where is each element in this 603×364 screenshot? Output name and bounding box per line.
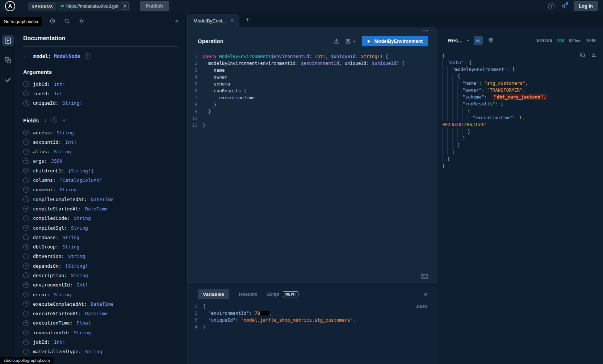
add-to-operation-icon[interactable]: + <box>23 272 29 278</box>
field-row[interactable]: +error:String <box>23 290 178 299</box>
add-to-operation-icon[interactable]: + <box>23 149 29 155</box>
code-line[interactable]: 3 name <box>188 67 437 74</box>
field-row[interactable]: +executeCompletedAt:DateTime <box>23 299 178 309</box>
run-operation-button[interactable]: ModelByEnvironment <box>362 36 428 46</box>
back-icon[interactable]: ← <box>23 53 29 59</box>
more-options-icon[interactable] <box>422 30 428 32</box>
field-row[interactable]: +materializedType:String <box>23 347 178 356</box>
schema-icon[interactable] <box>2 54 14 66</box>
publish-button[interactable]: Publish <box>140 1 169 11</box>
field-row[interactable]: +executeStartedAt:DateTime <box>23 309 178 318</box>
add-to-operation-icon[interactable]: + <box>23 349 29 355</box>
field-row[interactable]: +executionTime:Float <box>23 318 178 328</box>
add-to-operation-icon[interactable]: + <box>23 311 29 317</box>
field-row[interactable]: +invocationId:String <box>23 328 178 337</box>
code-line[interactable]: 11} <box>188 122 437 129</box>
add-to-operation-icon[interactable]: + <box>23 187 29 193</box>
add-to-operation-icon[interactable]: + <box>23 339 29 345</box>
collapse-panel-icon[interactable] <box>423 292 428 297</box>
add-tab-icon[interactable]: + <box>245 16 249 24</box>
share-icon[interactable] <box>334 38 339 44</box>
argument-row[interactable]: +runId:Int <box>23 89 178 98</box>
add-to-operation-icon[interactable]: + <box>23 130 29 135</box>
keyboard-shortcuts-icon[interactable] <box>421 274 428 279</box>
response-menu-chevron-icon[interactable] <box>466 38 470 42</box>
collapse-sidebar-icon[interactable]: « <box>175 17 179 25</box>
code-line[interactable]: 7 executionTime <box>188 94 437 101</box>
search-icon[interactable] <box>64 18 70 24</box>
code-line[interactable]: 4 owner <box>188 74 437 80</box>
add-to-operation-icon[interactable]: + <box>23 139 29 145</box>
apollo-logo[interactable]: A <box>5 1 15 11</box>
history-icon[interactable] <box>50 18 55 24</box>
explorer-icon[interactable] <box>2 35 14 46</box>
add-model-icon[interactable]: + <box>85 53 91 59</box>
add-to-operation-icon[interactable]: + <box>23 254 29 259</box>
variables-editor[interactable]: 1{2 "environmentId": 78,3 "uniqueId": "m… <box>188 303 437 330</box>
add-all-fields-icon[interactable]: + <box>51 117 57 123</box>
chevron-down-icon[interactable] <box>62 118 66 122</box>
field-row[interactable]: +comment:String <box>23 185 178 194</box>
add-to-operation-icon[interactable]: + <box>23 282 29 288</box>
operation-editor[interactable]: 1query ModelByEnvironment($environmentId… <box>188 51 437 284</box>
add-to-operation-icon[interactable]: + <box>23 206 29 212</box>
field-row[interactable]: +access:String <box>23 128 178 137</box>
save-menu-chevron-icon[interactable] <box>352 39 356 43</box>
code-line[interactable]: 1{ <box>188 303 437 310</box>
checks-icon[interactable] <box>2 74 14 85</box>
argument-row[interactable]: +jobId:Int! <box>23 79 178 89</box>
save-icon[interactable] <box>345 38 351 44</box>
field-row[interactable]: +compileCompletedAt:DateTime <box>23 194 178 204</box>
connection-settings-icon[interactable] <box>121 2 129 10</box>
add-to-operation-icon[interactable]: + <box>23 292 29 297</box>
field-row[interactable]: +dbtVersion:String <box>23 252 178 261</box>
tab-script[interactable]: Script <box>267 292 279 297</box>
field-row[interactable]: +environmentId:Int! <box>23 280 178 290</box>
add-to-operation-icon[interactable]: + <box>23 320 29 326</box>
field-row[interactable]: +description:String <box>23 271 178 280</box>
login-button[interactable]: Log in <box>574 1 598 11</box>
add-to-operation-icon[interactable]: + <box>23 225 29 231</box>
code-line[interactable]: 10 <box>188 115 437 122</box>
settings-icon[interactable] <box>79 18 84 24</box>
sort-icon[interactable]: ↓ <box>44 117 46 123</box>
field-row[interactable]: +compiledCode:String <box>23 214 178 223</box>
field-row[interactable]: +accountId:Int! <box>23 137 178 147</box>
copy-icon[interactable] <box>580 52 585 58</box>
code-line[interactable]: 6 runResults { <box>188 87 437 94</box>
add-to-operation-icon[interactable]: + <box>23 216 29 221</box>
add-to-operation-icon[interactable]: + <box>23 263 29 269</box>
tab-modelbyenvironment[interactable]: ModelByEnvi... × <box>188 14 239 27</box>
add-to-operation-icon[interactable]: + <box>23 158 29 164</box>
announcements-icon[interactable] <box>561 3 567 9</box>
code-line[interactable]: 2 "environmentId": 78, <box>188 310 437 317</box>
field-row[interactable]: +childrenL1:[String!] <box>23 166 178 175</box>
field-row[interactable]: +dbtGroup:String <box>23 242 178 251</box>
close-tab-icon[interactable]: × <box>230 18 234 24</box>
help-icon[interactable]: ? <box>548 3 554 9</box>
code-line[interactable]: 2 modelByEnvironment(environmentId: $env… <box>188 60 437 67</box>
field-row[interactable]: +args:JSON <box>23 156 178 166</box>
tab-variables[interactable]: Variables <box>198 289 229 299</box>
field-row[interactable]: +columns:[CatalogColumn] <box>23 175 178 185</box>
code-line[interactable]: 5 schema <box>188 80 437 87</box>
code-line[interactable]: 3 "uniqueId": "model.jaffle_shop_metrics… <box>188 317 437 323</box>
add-to-operation-icon[interactable]: + <box>23 91 29 96</box>
field-row[interactable]: +compileStartedAt:DateTime <box>23 204 178 213</box>
add-to-operation-icon[interactable]: + <box>23 196 29 202</box>
add-to-operation-icon[interactable]: + <box>23 100 29 106</box>
table-view-icon[interactable] <box>486 36 495 45</box>
add-to-operation-icon[interactable]: + <box>23 244 29 250</box>
field-row[interactable]: +database:String <box>23 233 178 242</box>
add-to-operation-icon[interactable]: + <box>23 81 29 87</box>
argument-row[interactable]: +uniqueId:String! <box>23 99 178 108</box>
add-to-operation-icon[interactable]: + <box>23 234 29 240</box>
field-row[interactable]: +alias:String <box>23 147 178 156</box>
code-line[interactable]: 4} <box>188 323 437 330</box>
code-line[interactable]: 1query ModelByEnvironment($environmentId… <box>188 53 437 60</box>
add-to-operation-icon[interactable]: + <box>23 168 29 173</box>
add-to-operation-icon[interactable]: + <box>23 301 29 307</box>
field-row[interactable]: +dependsOn:[String] <box>23 261 178 271</box>
download-icon[interactable] <box>591 52 596 58</box>
field-row[interactable]: +compiledSql:String <box>23 223 178 233</box>
